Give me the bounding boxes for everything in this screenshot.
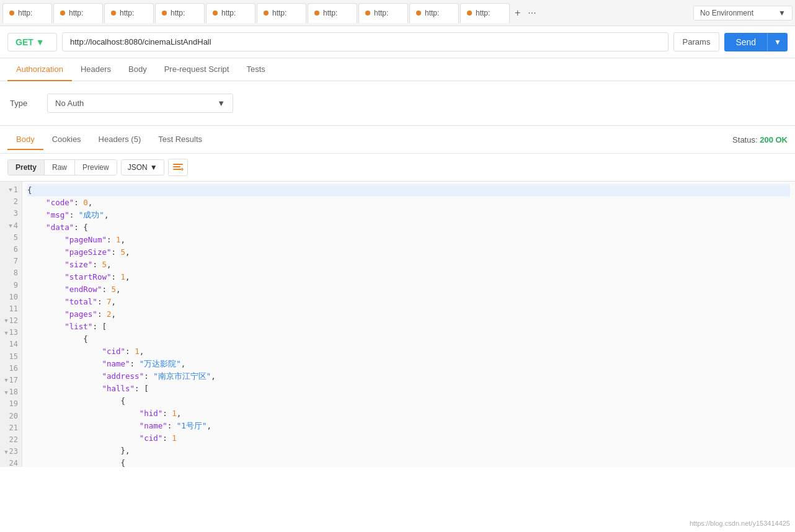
json-line-20: "name": "1号厅", bbox=[27, 420, 790, 432]
tab-dot bbox=[60, 11, 65, 16]
auth-type-chevron-icon: ▼ bbox=[217, 99, 225, 108]
format-btn-preview[interactable]: Preview bbox=[75, 160, 117, 175]
more-tabs-button[interactable]: ··· bbox=[525, 5, 538, 21]
format-btn-pretty[interactable]: Pretty bbox=[8, 160, 45, 175]
fold-arrow-13[interactable]: ▼ bbox=[4, 329, 7, 337]
method-selector[interactable]: GET ▼ bbox=[7, 33, 57, 51]
request-tab-5[interactable]: http: bbox=[257, 3, 306, 23]
format-bar: PrettyRawPreview JSON ▼ bbox=[0, 154, 795, 182]
env-chevron-icon: ▼ bbox=[778, 9, 786, 17]
line-numbers: ▼123▼4567891011▼12▼13141516▼17▼181920212… bbox=[0, 182, 22, 467]
tab-dot bbox=[9, 11, 14, 16]
json-line-1: { bbox=[27, 184, 790, 197]
tab-dot bbox=[213, 11, 218, 16]
json-line-2: "code": 0, bbox=[27, 197, 790, 209]
format-btn-raw[interactable]: Raw bbox=[45, 160, 75, 175]
request-tab-3[interactable]: http: bbox=[155, 3, 205, 23]
tab-dot bbox=[365, 11, 370, 16]
tab-label: http: bbox=[374, 9, 388, 17]
svg-rect-0 bbox=[173, 164, 183, 165]
resp-nav-item-3[interactable]: Test Results bbox=[149, 130, 211, 150]
line-num-12: ▼12 bbox=[0, 315, 22, 327]
env-selector[interactable]: No Environment ▼ bbox=[693, 6, 793, 20]
tab-dot bbox=[416, 11, 421, 16]
auth-section: Type No Auth ▼ bbox=[0, 81, 795, 126]
line-num-13: ▼13 bbox=[0, 327, 22, 339]
tab-dot bbox=[467, 11, 472, 16]
fold-arrow-18[interactable]: ▼ bbox=[4, 388, 7, 397]
method-chevron-icon: ▼ bbox=[36, 37, 45, 47]
request-tab-0[interactable]: http: bbox=[2, 3, 52, 23]
wrap-button[interactable] bbox=[168, 159, 188, 176]
line-num-18: ▼18 bbox=[0, 386, 22, 398]
tab-label: http: bbox=[69, 9, 83, 17]
add-tab-button[interactable]: + bbox=[512, 5, 523, 21]
req-nav-item-3[interactable]: Pre-request Script bbox=[156, 58, 238, 81]
auth-type-selector[interactable]: No Auth ▼ bbox=[47, 94, 233, 113]
svg-rect-1 bbox=[173, 166, 180, 167]
tab-label: http: bbox=[221, 9, 236, 17]
tab-actions: + ··· bbox=[512, 5, 539, 21]
line-num-5: 5 bbox=[0, 232, 22, 244]
tab-label: http: bbox=[476, 9, 490, 17]
tab-label: http: bbox=[323, 9, 337, 17]
format-group: PrettyRawPreview bbox=[7, 159, 117, 175]
line-num-4: ▼4 bbox=[0, 220, 22, 232]
request-tab-6[interactable]: http: bbox=[308, 3, 357, 23]
url-input[interactable] bbox=[62, 32, 668, 51]
request-tab-7[interactable]: http: bbox=[358, 3, 408, 23]
json-format-selector[interactable]: JSON ▼ bbox=[121, 159, 164, 175]
params-button[interactable]: Params bbox=[673, 32, 720, 51]
json-line-10: "total": 7, bbox=[27, 296, 790, 308]
tab-label: http: bbox=[171, 9, 185, 17]
tab-label: http: bbox=[120, 9, 134, 17]
json-line-22: }, bbox=[27, 445, 790, 457]
fold-arrow-4[interactable]: ▼ bbox=[9, 221, 12, 230]
line-num-14: 14 bbox=[0, 339, 22, 350]
req-nav-item-2[interactable]: Body bbox=[120, 58, 156, 81]
line-num-2: 2 bbox=[0, 196, 22, 208]
request-nav: AuthorizationHeadersBodyPre-request Scri… bbox=[0, 58, 795, 81]
json-line-3: "msg": "成功", bbox=[27, 209, 790, 221]
auth-type-value: No Auth bbox=[55, 99, 84, 108]
line-num-20: 20 bbox=[0, 410, 22, 422]
line-num-11: 11 bbox=[0, 303, 22, 315]
tab-dot bbox=[264, 11, 269, 16]
fold-arrow-12[interactable]: ▼ bbox=[4, 316, 7, 325]
json-line-15: "name": "万达影院", bbox=[27, 358, 790, 370]
line-num-22: 22 bbox=[0, 434, 22, 446]
req-nav-item-4[interactable]: Tests bbox=[238, 58, 273, 81]
fold-arrow-23[interactable]: ▼ bbox=[4, 448, 7, 456]
response-nav: BodyCookiesHeaders (5)Test Results bbox=[7, 130, 211, 149]
svg-rect-2 bbox=[173, 169, 182, 170]
send-dropdown-icon[interactable]: ▼ bbox=[767, 33, 788, 51]
req-nav-item-1[interactable]: Headers bbox=[72, 58, 120, 81]
request-bar: GET ▼ Params Send ▼ bbox=[0, 26, 795, 58]
request-tab-9[interactable]: http: bbox=[460, 3, 510, 23]
request-tab-1[interactable]: http: bbox=[53, 3, 103, 23]
line-num-9: 9 bbox=[0, 280, 22, 291]
request-tab-4[interactable]: http: bbox=[206, 3, 255, 23]
line-num-19: 19 bbox=[0, 398, 22, 410]
resp-nav-item-2[interactable]: Headers (5) bbox=[90, 130, 150, 150]
line-num-1: ▼1 bbox=[0, 184, 22, 196]
line-num-21: 21 bbox=[0, 422, 22, 434]
format-type-label: JSON bbox=[128, 163, 148, 172]
resp-nav-item-0[interactable]: Body bbox=[7, 130, 43, 150]
tab-dot bbox=[162, 11, 167, 16]
json-line-18: { bbox=[27, 395, 790, 407]
request-tab-8[interactable]: http: bbox=[409, 3, 459, 23]
fold-arrow-1[interactable]: ▼ bbox=[9, 185, 12, 194]
resp-nav-item-1[interactable]: Cookies bbox=[43, 130, 90, 150]
json-line-5: "pageNum": 1, bbox=[27, 234, 790, 246]
json-line-23: { bbox=[27, 457, 790, 467]
tab-label: http: bbox=[18, 9, 32, 17]
request-tab-2[interactable]: http: bbox=[104, 3, 154, 23]
fold-arrow-17[interactable]: ▼ bbox=[4, 376, 7, 384]
tab-label: http: bbox=[272, 9, 286, 17]
json-line-13: { bbox=[27, 333, 790, 345]
json-line-9: "endRow": 5, bbox=[27, 283, 790, 296]
status-area: Status: 200 OK bbox=[732, 135, 788, 144]
req-nav-item-0[interactable]: Authorization bbox=[7, 58, 72, 81]
send-button[interactable]: Send ▼ bbox=[724, 33, 788, 51]
